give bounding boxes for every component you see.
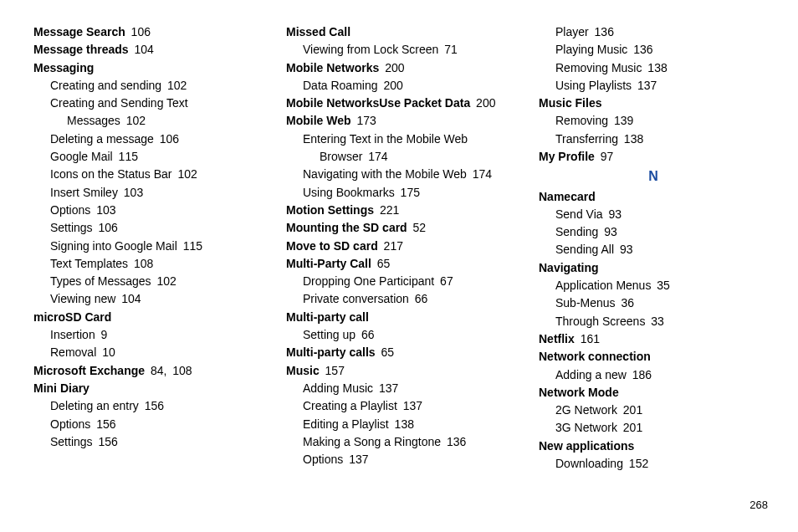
index-entry-page: 217 [381, 239, 403, 253]
index-entry-label: Creating a Playlist [303, 399, 397, 412]
index-entry: Setting up 66 [286, 326, 515, 343]
index-entry: Transferring 138 [539, 130, 768, 147]
index-entry-label: Options [50, 417, 90, 431]
index-entry-label: Settings [50, 221, 93, 234]
index-entry: Creating and Sending Text [33, 95, 263, 111]
index-entry-label: Netflix [539, 332, 575, 345]
index-entry-page: 156 [93, 417, 115, 431]
index-columns: Message Search 106Message threads 104Mes… [33, 23, 768, 473]
index-entry-label: Mounting the SD card [286, 221, 407, 234]
index-entry: 2G Network 201 [539, 402, 768, 418]
index-entry: Missed Call [286, 23, 515, 40]
index-entry: 3G Network 201 [539, 419, 768, 436]
index-entry-label: Sending All [555, 243, 614, 256]
index-entry: Mini Diary [33, 380, 263, 396]
index-entry-label: Mobile NetworksUse Packet Data [286, 96, 470, 110]
index-entry-page: 137 [376, 381, 398, 395]
index-entry-page: 138 [391, 417, 414, 431]
index-column-2: Missed CallViewing from Lock Screen 71Mo… [286, 23, 515, 473]
index-column-3: Player 136Playing Music 136Removing Musi… [539, 23, 768, 473]
index-entry-label: Insert Smiley [50, 186, 118, 199]
index-entry-label: Creating and Sending Text [50, 96, 188, 110]
index-entry: Using Playlists 137 [539, 77, 768, 94]
index-entry-label: Text Templates [50, 257, 128, 270]
index-entry-label: Adding a new [555, 368, 627, 381]
index-entry: Insertion 9 [33, 326, 263, 343]
index-entry: Viewing from Lock Screen 71 [286, 41, 515, 58]
index-entry-page: 35 [653, 279, 669, 292]
index-entry: Mobile Web 173 [286, 112, 515, 129]
index-entry-label: Removing Music [555, 61, 642, 74]
index-entry: Motion Settings 221 [286, 202, 515, 218]
index-entry-page: 137 [634, 79, 657, 92]
index-entry-page: 221 [376, 203, 399, 217]
index-entry-page: 139 [611, 114, 633, 127]
index-entry-page: 97 [597, 150, 613, 163]
index-entry-label: Options [50, 203, 90, 217]
index-entry-label: Network Mode [539, 386, 619, 399]
index-entry: Deleting a message 106 [33, 130, 263, 147]
index-entry-label: Data Roaming [303, 79, 378, 92]
index-entry: Entering Text in the Mobile Web [286, 130, 515, 147]
index-entry-label: Options [303, 453, 343, 466]
index-entry: Icons on the Status Bar 102 [33, 166, 263, 182]
index-entry: Navigating with the Mobile Web 174 [286, 166, 515, 182]
index-entry-page: 52 [410, 221, 426, 234]
index-entry: Mobile NetworksUse Packet Data 200 [286, 95, 515, 111]
index-entry: New applications [539, 437, 768, 454]
index-entry-page: 102 [123, 114, 146, 127]
index-entry-label: Icons on the Status Bar [50, 167, 172, 181]
index-entry-page: 65 [374, 257, 390, 270]
index-entry: Removing Music 138 [539, 59, 768, 76]
index-entry-label: Private conversation [303, 292, 409, 305]
index-entry-page: 10 [99, 345, 115, 359]
index-entry-label: Downloading [555, 457, 623, 470]
index-entry-page: 104 [131, 43, 154, 56]
index-entry-label: Multi-Party Call [286, 257, 371, 270]
index-entry-page: 93 [606, 207, 622, 221]
index-entry-page: 136 [630, 43, 652, 56]
index-entry-label: microSD Card [33, 310, 111, 324]
index-entry: Send Via 93 [539, 206, 768, 223]
index-entry: Text Templates 108 [33, 255, 263, 272]
index-entry-label: Network connection [539, 350, 651, 363]
index-entry: Creating and sending 102 [33, 77, 263, 94]
index-entry-label: Namecard [539, 190, 596, 203]
index-entry: Making a Song a Ringtone 136 [286, 433, 515, 450]
index-entry: Music Files [539, 95, 768, 111]
index-entry-label: Application Menus [555, 279, 651, 292]
page-number: 268 [749, 498, 768, 514]
index-entry-label: Viewing from Lock Screen [303, 43, 438, 56]
index-entry-label: Motion Settings [286, 203, 374, 217]
index-entry: Options 103 [33, 202, 263, 218]
index-entry-page: 157 [322, 364, 345, 377]
index-section-letter: N [539, 166, 768, 186]
index-entry-label: Messaging [33, 61, 94, 74]
index-entry-label: Setting up [303, 328, 356, 341]
index-entry-label: Removing [555, 114, 608, 127]
index-entry-page: 106 [156, 132, 179, 146]
index-entry-page: 156 [141, 399, 164, 412]
index-entry-page: 108 [169, 364, 192, 377]
index-entry-label: Navigating [539, 261, 599, 274]
index-entry: Navigating [539, 259, 768, 276]
index-entry-label: Playing Music [555, 43, 627, 56]
index-entry-page: 102 [175, 167, 197, 181]
index-entry: Data Roaming 200 [286, 77, 515, 94]
index-entry: microSD Card [33, 309, 263, 325]
index-entry: Network connection [539, 348, 768, 365]
index-entry: Netflix 161 [539, 330, 768, 347]
index-entry-page: 9 [98, 328, 108, 341]
index-entry: Private conversation 66 [286, 290, 515, 307]
index-entry-label: Navigating with the Mobile Web [303, 167, 467, 181]
index-entry-page: 33 [647, 315, 663, 328]
index-entry: Creating a Playlist 137 [286, 397, 515, 414]
index-entry-label: Creating and sending [50, 79, 161, 92]
index-entry-page: 137 [345, 453, 368, 466]
index-entry: Microsoft Exchange 84, 108 [33, 362, 263, 379]
index-entry-label: Browser [320, 150, 362, 163]
index-entry: Music 157 [286, 362, 515, 379]
index-entry-label: Making a Song a Ringtone [303, 435, 441, 448]
index-entry: Move to SD card 217 [286, 238, 515, 254]
index-entry-label: My Profile [539, 150, 595, 163]
